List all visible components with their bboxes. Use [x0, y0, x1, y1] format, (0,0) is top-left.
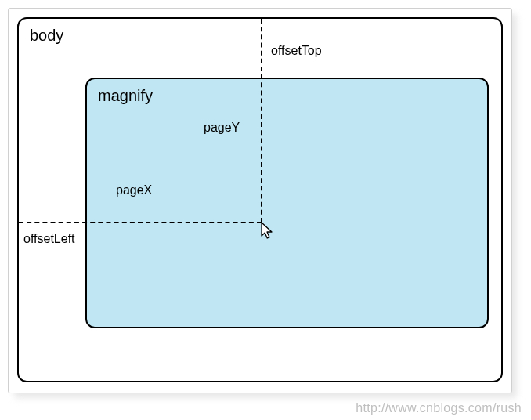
diagram-stage: body magnify offsetTop offsetLeft pageY …: [0, 0, 531, 420]
magnify-box: magnify: [85, 78, 489, 328]
watermark-text: http://www.cnblogs.com/rush: [356, 401, 522, 415]
dashed-horizontal-line: [19, 222, 262, 223]
body-label: body: [30, 27, 63, 45]
page-x-label: pageX: [116, 183, 152, 197]
dashed-vertical-line: [261, 19, 262, 223]
offset-top-label: offsetTop: [271, 44, 322, 58]
magnify-label: magnify: [98, 87, 153, 105]
page-y-label: pageY: [204, 121, 240, 135]
body-box: body magnify offsetTop offsetLeft pageY …: [17, 17, 503, 382]
offset-left-label: offsetLeft: [23, 232, 75, 246]
cursor-arrow-icon: [260, 221, 276, 240]
